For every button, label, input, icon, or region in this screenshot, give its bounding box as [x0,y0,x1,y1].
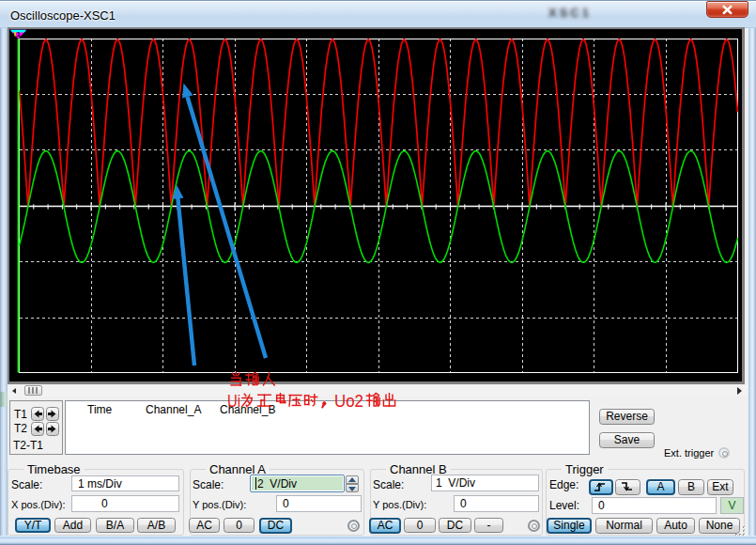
svg-text:Ui: Ui [227,391,240,411]
svg-text:Uo2: Uo2 [334,391,363,411]
